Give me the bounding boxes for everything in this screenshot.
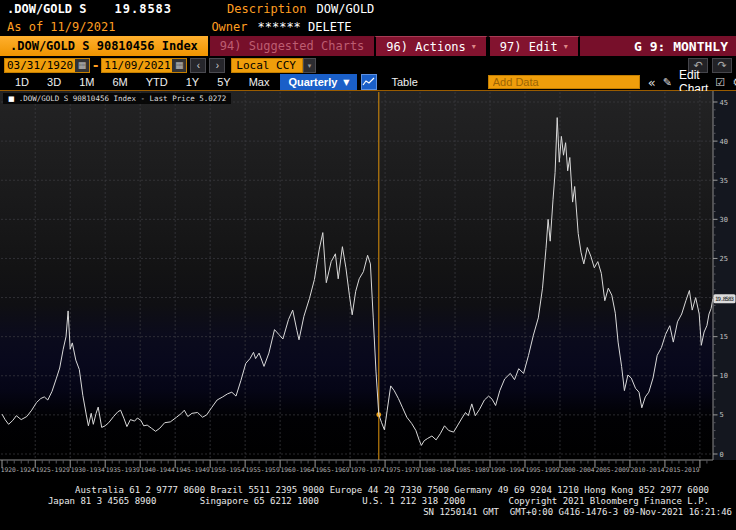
owner-value: ****** DELETE <box>258 20 352 34</box>
svg-text:0: 0 <box>720 451 724 459</box>
currency-value[interactable]: Local CCY <box>231 58 303 73</box>
x-axis-label: 1975-1979 <box>385 466 419 473</box>
x-axis-label: 1985-1989 <box>455 466 489 473</box>
frequency-value: Quarterly <box>288 76 337 88</box>
period-tab-1m[interactable]: 1M <box>70 74 103 90</box>
svg-text:19.8583: 19.8583 <box>715 296 735 302</box>
add-data-input[interactable] <box>488 75 640 89</box>
period-tab-5y[interactable]: 5Y <box>208 74 239 90</box>
x-axis-label: 1925-1929 <box>36 466 70 473</box>
x-axis-label: 1970-1974 <box>351 466 385 473</box>
description-value: DOW/GOLD <box>317 2 375 16</box>
start-date-box: ▦ <box>4 58 90 73</box>
calendar-icon[interactable]: ▦ <box>172 59 186 72</box>
x-axis-label: 2010-2014 <box>630 466 664 473</box>
x-axis-label: 1940-1944 <box>141 466 175 473</box>
calendar-icon[interactable]: ▦ <box>75 59 89 72</box>
legend-swatch-icon: ■ <box>8 95 15 103</box>
description-label: Description <box>227 2 306 16</box>
x-axis-label: 1945-1949 <box>176 466 210 473</box>
footer-contacts-line1: Australia 61 2 9777 8600 Brazil 5511 239… <box>0 485 736 496</box>
price-chart-svg[interactable]: 0510152025303540451920-19241925-19291930… <box>0 91 736 482</box>
end-date-box: ▦ <box>101 58 187 73</box>
chart-toolbar: 1D3D1M6MYTD1Y5YMax Quarterly ▼ Table « ✎… <box>0 74 736 91</box>
period-tab-max[interactable]: Max <box>240 74 279 90</box>
terminal-footer: Australia 61 2 9777 8600 Brazil 5511 239… <box>0 485 736 518</box>
screen-code: G 9: MONTHLY <box>634 36 728 56</box>
x-axis-label: 1995-1999 <box>525 466 559 473</box>
svg-text:40: 40 <box>720 138 728 146</box>
date-range-separator: - <box>93 56 98 74</box>
svg-text:10: 10 <box>720 372 728 380</box>
period-tab-group: 1D3D1M6MYTD1Y5YMax <box>6 74 278 90</box>
period-tab-3d[interactable]: 3D <box>38 74 70 90</box>
function-tab-bar: .DOW/GOLD S 90810456 Index 94) Suggested… <box>0 36 736 56</box>
end-date-input[interactable] <box>102 59 172 72</box>
gear-icon[interactable]: ⚙ <box>732 76 736 89</box>
x-axis-label: 1955-1959 <box>246 466 280 473</box>
period-tab-1d[interactable]: 1D <box>6 74 38 90</box>
svg-text:15: 15 <box>720 333 728 341</box>
edit-menu-label: 97) Edit <box>500 40 558 54</box>
x-axis-label: 1960-1964 <box>281 466 315 473</box>
currency-selector: Local CCY ▾ <box>231 58 316 73</box>
svg-text:30: 30 <box>720 216 728 224</box>
currency-dropdown-icon[interactable]: ▾ <box>303 58 316 73</box>
period-tab-ytd[interactable]: YTD <box>137 74 177 90</box>
suggested-charts-menu[interactable]: 94) Suggested Charts <box>210 36 375 56</box>
line-chart-icon <box>362 77 376 87</box>
x-axis-label: 1920-1924 <box>1 466 35 473</box>
x-axis-label: 2015-2019 <box>665 466 699 473</box>
crosshair <box>376 92 381 460</box>
bloomberg-chart-window: .DOW/GOLD S 19.8583 Description DOW/GOLD… <box>0 0 736 530</box>
security-tab[interactable]: .DOW/GOLD S 90810456 Index <box>0 36 210 56</box>
owner-label: Owner <box>211 20 247 34</box>
svg-text:25: 25 <box>720 255 728 263</box>
gridlines <box>1 92 713 460</box>
last-price-value: 19.8583 <box>114 2 172 16</box>
svg-text:35: 35 <box>720 177 728 185</box>
frequency-dropdown[interactable]: Quarterly ▼ <box>280 74 357 90</box>
footer-session-line: SN 1250141 GMT GMT+0:00 G416-1476-3 09-N… <box>0 507 736 518</box>
chevron-down-icon: ▾ <box>472 42 476 51</box>
svg-text:45: 45 <box>720 99 728 107</box>
header-row-1: .DOW/GOLD S 19.8583 Description DOW/GOLD <box>0 0 736 18</box>
chart-legend: ■ .DOW/GOLD S 90810456 Index - Last Pric… <box>3 93 231 104</box>
x-axis-label: 1990-1994 <box>490 466 524 473</box>
chart-type-button[interactable] <box>361 74 377 90</box>
actions-menu-label: 96) Actions <box>386 40 465 54</box>
last-price-bubble: 19.8583 <box>714 294 736 303</box>
legend-text: .DOW/GOLD S 90810456 Index - Last Price … <box>19 94 227 103</box>
period-tab-6m[interactable]: 6M <box>103 74 136 90</box>
date-back-button[interactable]: ‹ <box>190 58 206 73</box>
table-button[interactable]: Table <box>391 76 417 88</box>
x-axis-label: 1950-1954 <box>211 466 245 473</box>
collapse-panel-button[interactable]: « <box>648 75 656 90</box>
date-range-bar: ▦ - ▦ ‹ › Local CCY ▾ ↶ ↷ <box>0 56 736 74</box>
x-axis-label: 1965-1969 <box>316 466 350 473</box>
date-forward-button[interactable]: › <box>209 58 225 73</box>
actions-menu[interactable]: 96) Actions ▾ <box>374 36 488 56</box>
pencil-icon[interactable]: ✎ <box>663 76 672 89</box>
chevron-down-icon: ▼ <box>343 78 349 87</box>
svg-text:5: 5 <box>720 411 724 419</box>
as-of-date: As of 11/9/2021 <box>7 20 115 34</box>
header-row-2: As of 11/9/2021 Owner ****** DELETE <box>0 18 736 36</box>
axes: 0510152025303540451920-19241925-19291930… <box>0 91 728 473</box>
security-ticker: .DOW/GOLD S <box>7 2 86 16</box>
chevron-down-icon: ▾ <box>564 42 568 51</box>
footer-contacts-line2: Japan 81 3 4565 8900 Singapore 65 6212 1… <box>0 496 736 507</box>
price-line <box>2 118 713 446</box>
chart-area[interactable]: 0510152025303540451920-19241925-19291930… <box>0 91 736 482</box>
x-axis-label: 1930-1934 <box>71 466 105 473</box>
x-axis-label: 2005-2009 <box>595 466 629 473</box>
x-axis-label: 1935-1939 <box>106 466 140 473</box>
x-axis-label: 1980-1984 <box>420 466 454 473</box>
start-date-input[interactable] <box>5 59 75 72</box>
edit-menu[interactable]: 97) Edit ▾ <box>488 36 580 56</box>
period-tab-1y[interactable]: 1Y <box>177 74 208 90</box>
x-axis-label: 2000-2004 <box>560 466 594 473</box>
annotate-icon[interactable]: ☑ <box>715 76 725 89</box>
